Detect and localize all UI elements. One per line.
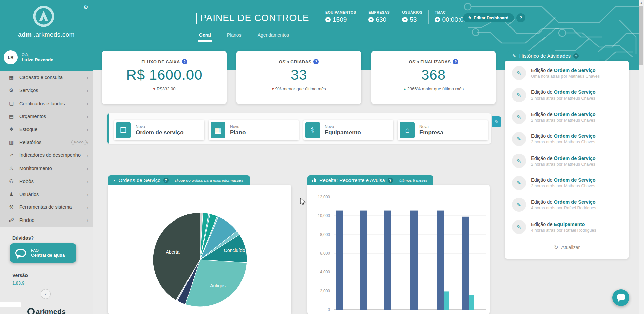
page-scrollbar[interactable]: ▲ [639,0,644,314]
tab-geral[interactable]: Geral [199,32,211,42]
revenue-bar-chart[interactable]: 02,0004,0006,0008,00010,00012,000 [307,185,490,314]
history-item-meta: 2 horas atrás por Matheus Chaves [531,184,596,188]
history-item-meta: 2 horas atrás por Matheus Chaves [531,140,596,144]
table-icon: ▦ [7,74,15,80]
chevron-right-icon: › [87,127,88,132]
chat-bubble-icon [617,294,625,300]
history-item-meta: 4 horas atrás por Rafael Rodrigues [531,206,596,210]
stat-label: USUÁRIOS [402,10,422,14]
document-icon: ❏ [116,122,131,138]
footer-corner [0,302,21,307]
header-stat: USUÁRIOS + 53 [402,10,428,23]
chevron-right-icon: › [87,75,88,80]
sidebar-item-servicos[interactable]: ⚙ Serviços › [0,84,93,97]
faq-label: FAQ [31,248,65,252]
sidebar-item-ferramentas[interactable]: ⚒ Ferramentas de sistema › [0,201,93,214]
plus-circle-icon[interactable]: + [435,17,440,22]
plus-circle-icon[interactable]: + [402,17,408,22]
sidebar-collapse-button[interactable]: ‹ [41,289,51,299]
avatar[interactable]: LR [4,50,18,64]
sidebar-item-certificados[interactable]: ❏ Certificados e laudos › [0,97,93,110]
sidebar-item-estoque[interactable]: ❖ Estoque › [0,123,93,136]
sidebar-item-usuarios[interactable]: ♟ Usuários › [0,188,93,201]
kpi-help-icon[interactable]: ? [453,59,458,64]
history-panel-header: ✎ Histórico de Atividades ? [507,51,599,61]
edit-dashboard-button[interactable]: ✎ Editar Dashboard [463,13,514,22]
plus-circle-icon[interactable]: + [325,17,331,22]
history-item[interactable]: ✎ Edição de Ordem de Serviço Uma hora at… [505,62,629,84]
history-item[interactable]: ✎ Edição de Ordem de Serviço 2 horas atr… [505,172,629,194]
delta-arrow-icon: ▾ [272,86,274,91]
nova-ordem-de-servico-button[interactable]: ❏ Nova Ordem de serviço [114,120,204,140]
history-item[interactable]: ✎ Edição de Ordem de Serviço 2 horas atr… [505,84,629,107]
history-help-icon[interactable]: ? [573,53,579,59]
sidebar-item-monitoramento[interactable]: ♨ Monitoramento › [0,162,93,175]
user-settings-gear-icon[interactable]: ⚙ [83,4,88,11]
history-item[interactable]: ✎ Edição de Ordem de Serviço 2 horas atr… [505,106,629,128]
sidebar-item-label: Ferramentas de sistema [19,204,87,210]
chevron-right-icon: › [87,178,88,184]
novo-plano-button[interactable]: ▦ Novo Plano [209,120,299,140]
building-icon: ⌂ [400,122,415,138]
action-label: Ordem de serviço [136,129,184,136]
kpi-help-icon[interactable]: ? [313,59,319,64]
sidebar-help-section: Dúvidas? FAQ Central de ajuda Versão 1.8… [0,227,93,314]
brand-name: adm .arkmeds.com [0,31,93,38]
history-item[interactable]: ✎ Edição de Ordem de Serviço 2 horas atr… [505,128,629,150]
history-item[interactable]: ✎ Edição de Ordem de Serviço 2 horas atr… [505,150,629,172]
pencil-icon: ✎ [512,110,526,124]
pie-help-icon[interactable]: ? [163,178,169,183]
nova-empresa-button[interactable]: ⌂ Nova Empresa [398,120,488,140]
bar-panel-subtitle: - últimos 6 meses [397,178,427,182]
sidebar-item-orcamentos[interactable]: ▤ Orçamentos › [0,110,93,123]
header-stats: EQUIPAMENTOS + 1509 EMPRESAS + 630 USUÁR… [325,10,473,24]
faq-help-button[interactable]: FAQ Central de ajuda [10,243,76,263]
stat-value: 630 [376,16,386,23]
sidebar-item-label: Relatórios [19,140,69,145]
edit-actions-tab[interactable]: ✎ [492,116,501,127]
stock-icon: ❖ [7,126,15,132]
history-item-title: Edição de Ordem de Serviço [531,199,596,205]
robot-icon: ⚇ [7,178,15,184]
scrollbar-thumb[interactable] [639,6,643,65]
cutoff-table-edge [110,313,289,313]
plus-circle-icon[interactable]: + [368,17,374,22]
chat-widget-button[interactable] [612,289,629,306]
novo-equipamento-button[interactable]: ⚕ Novo Equipamento [303,120,393,140]
history-item[interactable]: ✎ Edição de Equipamento 4 horas atrás po… [505,216,629,238]
header-help-button[interactable]: ? [516,13,525,22]
bar-panel-body: 02,0004,0006,0008,00010,00012,000 [307,185,490,314]
history-item-meta: 2 horas atrás por Matheus Chaves [531,162,596,167]
history-item-meta: 4 horas atrás por Rafael Rodrigues [531,228,596,233]
sidebar-item-findoo[interactable]: ☍ Findoo › [0,214,93,227]
tab-planos[interactable]: Planos [227,32,241,42]
sidebar-item-label: Robôs [19,179,87,184]
sidebar-item-cadastro[interactable]: ▦ Cadastro e consulta › [0,71,93,84]
kpi-card: FLUXO DE CAIXA? R$ 1600.00 ▾R$332.00 [102,51,227,104]
pencil-icon: ✎ [468,16,472,20]
action-label: Plano [230,129,246,136]
header-tabs: GeralPlanosAgendamentos [199,32,305,42]
gear-icon: ⚙ [7,87,15,93]
history-panel-title: Histórico de Atividades [519,53,571,59]
chevron-right-icon: › [87,204,88,210]
kpi-value: R$ 1600.00 [102,67,227,83]
history-panel-body: ✎ Edição de Ordem de Serviço Uma hora at… [505,61,629,259]
sidebar-item-indicadores[interactable]: ↗ Indicadores de desempenho › [0,149,93,162]
tab-agendamentos[interactable]: Agendamentos [258,32,289,42]
kpi-value: 368 [371,67,496,83]
refresh-button[interactable]: ↻ Atualizar [505,244,629,250]
page-title: PAINEL DE CONTROLE [200,13,309,23]
action-prefix: Novo [325,124,361,129]
chevron-right-icon: › [87,152,88,158]
os-pie-chart[interactable]: ConcluídoAntigosAberta [108,185,291,314]
footer-arkmeds-logo: arkmeds [0,308,93,314]
sidebar-item-robos[interactable]: ⚇ Robôs › [0,175,93,188]
history-item[interactable]: ✎ Edição de Ordem de Serviço 4 horas atr… [505,194,629,216]
kpi-help-icon[interactable]: ? [182,59,187,64]
svg-text:6,000: 6,000 [320,251,330,256]
scrollbar-up-arrow[interactable]: ▲ [639,0,644,6]
bar-help-icon[interactable]: ? [388,178,393,183]
pencil-icon: ✎ [512,176,526,190]
sidebar-item-relatorios[interactable]: ▥ Relatórios NOVO › [0,136,93,149]
